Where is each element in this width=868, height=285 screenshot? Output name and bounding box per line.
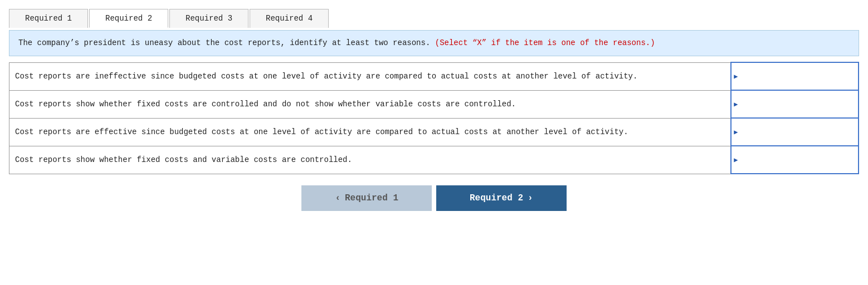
prev-icon: ‹	[335, 193, 340, 203]
row4-text: Cost reports show whether fixed costs an…	[9, 146, 732, 174]
tab-required2[interactable]: Required 2	[89, 9, 168, 28]
next-label: Required 2	[470, 193, 523, 203]
row1-input-cell[interactable]	[731, 62, 859, 90]
tabs-container: Required 1 Required 2 Required 3 Require…	[9, 9, 859, 28]
row4-input-cell[interactable]	[731, 146, 859, 174]
info-highlight-text: (Select “X” if the item is one of the re…	[435, 38, 655, 47]
row4-input[interactable]	[737, 151, 852, 169]
info-main-text: The company’s president is uneasy about …	[18, 38, 430, 47]
table-row: Cost reports show whether fixed costs an…	[9, 146, 859, 174]
prev-label: Required 1	[345, 193, 398, 203]
tab-required3[interactable]: Required 3	[169, 9, 248, 28]
info-box: The company’s president is uneasy about …	[9, 30, 859, 56]
row1-input[interactable]	[737, 67, 852, 85]
next-icon: ›	[528, 193, 533, 203]
table-row: Cost reports are effective since budgete…	[9, 118, 859, 146]
nav-buttons: ‹ Required 1 Required 2 ›	[9, 185, 859, 211]
row2-input[interactable]	[737, 95, 852, 113]
row3-text: Cost reports are effective since budgete…	[9, 118, 732, 146]
row2-text: Cost reports show whether fixed costs ar…	[9, 90, 732, 118]
row3-input[interactable]	[737, 123, 852, 141]
prev-button[interactable]: ‹ Required 1	[301, 185, 432, 211]
row3-input-cell[interactable]	[731, 118, 859, 146]
table-row: Cost reports show whether fixed costs ar…	[9, 90, 859, 118]
tab-required1[interactable]: Required 1	[9, 9, 88, 28]
next-button[interactable]: Required 2 ›	[436, 185, 567, 211]
row2-input-cell[interactable]	[731, 90, 859, 118]
table-row: Cost reports are ineffective since budge…	[9, 62, 859, 90]
row1-text: Cost reports are ineffective since budge…	[9, 62, 732, 90]
answer-table: Cost reports are ineffective since budge…	[9, 62, 859, 174]
tab-required4[interactable]: Required 4	[250, 9, 329, 28]
